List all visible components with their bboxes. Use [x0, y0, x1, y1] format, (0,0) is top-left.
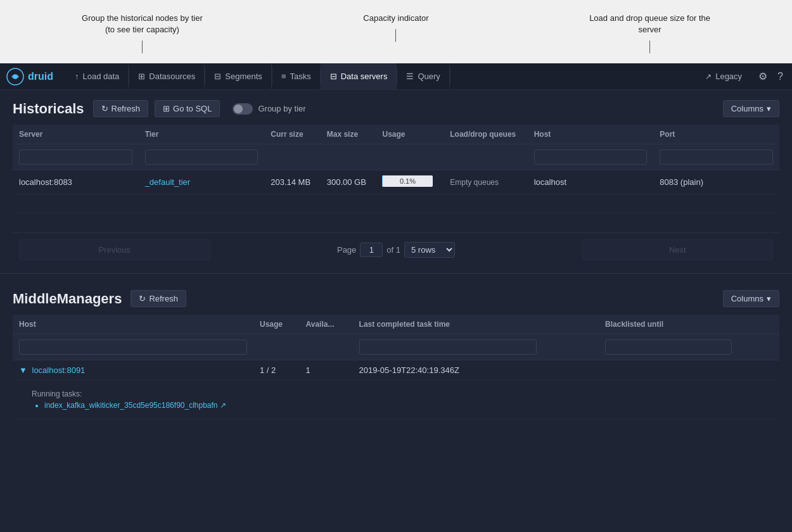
cell-mm-last-completed: 2019-05-19T22:40:19.346Z	[353, 360, 599, 381]
group-by-tier-toggle-group: Group by tier	[233, 103, 305, 115]
expand-row: Running tasks: index_kafka_wikiticker_35…	[13, 381, 779, 419]
cell-load-drop: Empty queues	[444, 170, 527, 194]
group-by-tier-toggle[interactable]	[233, 103, 253, 115]
nav-item-query[interactable]: ☰ Query	[397, 63, 449, 89]
mm-last-completed-filter-input[interactable]	[359, 339, 537, 355]
mm-table: Host Usage Availa... Last completed task…	[13, 315, 779, 419]
historicals-section: Historicals ↻ Refresh ⊞ Go to SQL Group …	[0, 90, 792, 267]
nav-item-data-servers[interactable]: ⊟ Data servers	[321, 63, 397, 89]
col-tier: Tier	[139, 125, 265, 144]
host-filter-input[interactable]	[534, 149, 648, 165]
col-load-drop: Load/drop queues	[444, 125, 527, 144]
cell-max-size: 300.00 GB	[321, 170, 376, 194]
annotation-capacity: Capacity indicator	[363, 13, 428, 42]
druid-logo-icon	[6, 68, 24, 86]
cell-server: localhost:8083	[13, 170, 139, 194]
capacity-label: 0.1%	[382, 175, 433, 187]
cell-mm-host: ▼ localhost:8091	[13, 360, 253, 381]
middle-managers-section: MiddleManagers ↻ Refresh Columns ▾ Host …	[0, 280, 792, 429]
nav-legacy-link[interactable]: ↗ Legacy	[696, 72, 751, 81]
port-filter-input[interactable]	[660, 149, 773, 165]
external-icon[interactable]: ↗	[220, 401, 226, 410]
col-server: Server	[13, 125, 139, 144]
page-info: Page of 1 5 rows 10 rows 20 rows 50 rows	[217, 242, 576, 258]
section-divider	[0, 273, 792, 274]
capacity-bar: 0.1%	[382, 175, 433, 187]
help-icon[interactable]: ?	[775, 68, 786, 85]
col-usage: Usage	[376, 125, 444, 144]
filter-max-size	[321, 144, 376, 170]
historicals-header-row: Server Tier Curr size Max size Usage Loa…	[13, 125, 779, 144]
expand-chevron[interactable]: ▼	[19, 365, 27, 375]
running-tasks-list: index_kafka_wikiticker_35cd5e95c186f90_c…	[44, 401, 760, 410]
col-curr-size: Curr size	[264, 125, 321, 144]
nav-item-datasources[interactable]: ⊞ Datasources	[129, 63, 205, 89]
tier-filter-input[interactable]	[145, 149, 259, 165]
mm-title: MiddleManagers	[13, 291, 122, 307]
empty-row	[13, 213, 779, 232]
group-by-tier-label: Group by tier	[258, 104, 305, 113]
go-to-sql-button[interactable]: ⊞ Go to SQL	[155, 100, 220, 117]
historicals-columns-button[interactable]: Columns ▾	[723, 100, 779, 117]
mm-header: MiddleManagers ↻ Refresh Columns ▾	[13, 290, 779, 307]
nav-right: ↗ Legacy ⚙ ?	[696, 68, 786, 85]
col-host: Host	[528, 125, 654, 144]
mm-host-link[interactable]: localhost:8091	[32, 365, 86, 375]
empty-row	[13, 194, 779, 213]
historicals-refresh-button[interactable]: ↻ Refresh	[93, 100, 149, 117]
mm-blacklisted-filter-input[interactable]	[605, 339, 732, 355]
historicals-title: Historicals	[13, 101, 84, 117]
nav-tasks-icon: ≡	[281, 72, 286, 81]
nav-datasources-icon: ⊞	[138, 72, 145, 81]
previous-page-button[interactable]: Previous	[19, 239, 210, 260]
historicals-pagination: Previous Page of 1 5 rows 10 rows 20 row…	[13, 232, 779, 267]
cell-host: localhost	[528, 170, 654, 194]
nav-items: ↑ Load data ⊞ Datasources ⊟ Segments ≡ T…	[66, 63, 696, 89]
mm-header-row: Host Usage Availa... Last completed task…	[13, 315, 779, 334]
toggle-knob	[234, 104, 243, 113]
mm-col-host: Host	[13, 315, 253, 334]
nav-divider-6	[450, 69, 450, 84]
filter-port	[653, 144, 779, 170]
page-number-input[interactable]	[360, 243, 383, 257]
mm-host-filter-input[interactable]	[19, 339, 247, 355]
expand-content: Running tasks: index_kafka_wikiticker_35…	[19, 386, 773, 414]
cell-mm-usage: 1 / 2	[253, 360, 300, 381]
mm-filter-blacklisted	[599, 334, 779, 360]
cell-mm-avail: 1	[300, 360, 353, 381]
settings-icon[interactable]: ⚙	[756, 68, 770, 85]
col-port: Port	[653, 125, 779, 144]
cell-curr-size: 203.14 MB	[264, 170, 321, 194]
nav-data-servers-icon: ⊟	[330, 72, 337, 81]
tier-link[interactable]: _default_tier	[145, 177, 191, 187]
mm-filter-last-completed	[353, 334, 599, 360]
mm-columns-button[interactable]: Columns ▾	[723, 290, 779, 307]
filter-server	[13, 144, 139, 170]
nav-item-load-data[interactable]: ↑ Load data	[66, 63, 129, 89]
nav-logo: druid	[6, 68, 53, 86]
mm-refresh-button[interactable]: ↻ Refresh	[131, 290, 186, 307]
rows-per-page-select[interactable]: 5 rows 10 rows 20 rows 50 rows	[404, 242, 455, 258]
mm-chevron-down-icon: ▾	[767, 294, 771, 303]
running-tasks-label: Running tasks:	[32, 390, 760, 398]
navbar: druid ↑ Load data ⊞ Datasources ⊟ Segmen…	[0, 63, 792, 90]
refresh-icon: ↻	[101, 104, 108, 113]
historicals-table: Server Tier Curr size Max size Usage Loa…	[13, 125, 779, 232]
mm-refresh-icon: ↻	[139, 294, 146, 303]
cell-port: 8083 (plain)	[653, 170, 779, 194]
cell-mm-blacklisted	[599, 360, 779, 381]
expand-cell: Running tasks: index_kafka_wikiticker_35…	[13, 381, 779, 419]
external-link-icon: ↗	[705, 72, 712, 81]
sql-icon: ⊞	[163, 104, 170, 113]
mm-filter-host	[13, 334, 253, 360]
cell-usage: 0.1%	[376, 170, 444, 194]
filter-usage	[376, 144, 444, 170]
server-filter-input[interactable]	[19, 149, 132, 165]
historicals-header: Historicals ↻ Refresh ⊞ Go to SQL Group …	[13, 100, 779, 117]
nav-item-segments[interactable]: ⊟ Segments	[205, 63, 272, 89]
filter-load-drop	[444, 144, 527, 170]
nav-item-tasks[interactable]: ≡ Tasks	[272, 63, 321, 89]
svg-point-1	[13, 75, 17, 79]
mm-col-last-completed: Last completed task time	[353, 315, 599, 334]
next-page-button[interactable]: Next	[582, 239, 774, 260]
